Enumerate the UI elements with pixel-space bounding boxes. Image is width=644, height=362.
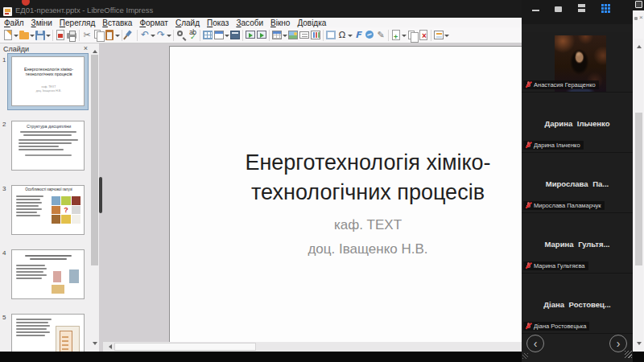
participant-display-name: Діана Ростовец...	[522, 300, 633, 309]
display-views-icon[interactable]	[213, 29, 225, 41]
save-dropdown-icon[interactable]	[46, 29, 51, 41]
participant-name-label: Дарина Ільченко	[523, 141, 584, 150]
participant-tile[interactable]: Діана Ростовец...Діана Ростовецька	[522, 274, 633, 334]
scroll-up-icon[interactable]	[93, 47, 97, 53]
copy-icon[interactable]	[93, 29, 104, 41]
fontwork-icon[interactable]: F	[353, 29, 364, 41]
slides-panel: Слайди × 1Енерготехнологія хіміко-технол…	[0, 43, 90, 352]
slide-layout-icon[interactable]	[433, 29, 444, 41]
insert-chart-icon[interactable]	[310, 29, 321, 41]
scrollbar-thumb[interactable]	[91, 55, 98, 265]
redo-icon[interactable]: ↷	[155, 29, 167, 41]
start-first-slide-icon[interactable]	[245, 29, 256, 41]
slide-title: Енерготехнологія хіміко- технологічних п…	[170, 148, 566, 208]
menu-9[interactable]: Вікно	[270, 19, 290, 27]
speaker-view-icon[interactable]	[578, 4, 585, 13]
scroll-up-icon[interactable]	[637, 43, 642, 48]
menu-7[interactable]: Показ	[207, 19, 229, 27]
slides-panel-scrollbar[interactable]	[90, 43, 99, 352]
participant-tile[interactable]: Мирослава Па...Мирослава Паламарчук	[522, 153, 633, 213]
participants-nav: ‹ ›	[522, 334, 633, 362]
menu-6[interactable]: Слайд	[175, 19, 200, 27]
resize-handle-icon[interactable]	[625, 351, 632, 358]
previous-participants-button[interactable]: ‹	[526, 335, 544, 352]
meeting-panel-toolbar	[522, 0, 633, 24]
restore-icon[interactable]	[555, 6, 562, 12]
insert-table-icon[interactable]	[271, 29, 283, 41]
find-replace-icon[interactable]	[175, 29, 187, 41]
scroll-down-icon[interactable]	[637, 342, 642, 348]
slide-number: 1	[2, 56, 6, 64]
export-pdf-icon[interactable]	[55, 29, 66, 41]
slide-number: 4	[2, 249, 6, 257]
new-slide-icon[interactable]	[390, 29, 402, 41]
thumbnail-canvas[interactable]	[11, 249, 85, 299]
delete-slide-icon[interactable]	[418, 29, 429, 41]
exit-minimized-video-icon[interactable]	[635, 1, 642, 8]
menu-3[interactable]: Перегляд	[60, 19, 95, 27]
open-icon[interactable]	[19, 29, 30, 41]
scrollbar-thumb[interactable]	[114, 343, 256, 351]
participant-tile[interactable]: Марина Гультя...Марина Гультяєва	[522, 213, 633, 274]
toolbar-separator	[79, 30, 80, 41]
print-icon[interactable]	[66, 29, 77, 41]
gallery-view-icon[interactable]	[601, 3, 611, 13]
thumbnail-canvas[interactable]: Енерготехнологія хіміко-технологічних пр…	[11, 56, 85, 106]
new-document-icon[interactable]	[2, 29, 14, 41]
participant-display-name: Марина Гультя...	[522, 240, 633, 249]
menu-8[interactable]: Засоби	[236, 19, 263, 27]
participant-tile[interactable]: Дарина ІльченкоДарина Ільченко	[522, 93, 633, 153]
save-icon[interactable]	[35, 29, 46, 41]
slide-thumbnail-1[interactable]: 1Енерготехнологія хіміко-технологічних п…	[0, 55, 90, 116]
menu-5[interactable]: Формат	[139, 19, 168, 27]
slide-layout-dropdown-icon[interactable]	[444, 29, 449, 41]
close-icon[interactable]: ×	[84, 44, 88, 52]
minimize-icon[interactable]	[532, 10, 539, 11]
slide-thumbnail-4[interactable]: 4	[0, 248, 90, 309]
special-character-icon[interactable]: Ω	[336, 29, 348, 41]
toolbar-separator	[242, 30, 243, 41]
redo-dropdown-icon[interactable]	[167, 29, 171, 41]
menu-4[interactable]: Вставка	[102, 19, 132, 27]
participant-tile[interactable]: Анастасия Геращенко	[522, 32, 633, 93]
slide-thumbnail-5[interactable]: 5	[0, 312, 90, 352]
toolbar-separator	[52, 30, 53, 41]
paste-dropdown-icon[interactable]	[115, 29, 120, 41]
undo-icon[interactable]: ↶	[139, 29, 151, 41]
slide-number: 2	[2, 121, 6, 128]
hyperlink-icon[interactable]	[364, 29, 375, 41]
thumbnail-canvas[interactable]: Структура дисципліни	[11, 121, 85, 171]
spelling-icon[interactable]: ab	[187, 29, 198, 41]
scroll-left-icon[interactable]	[106, 344, 112, 349]
display-grid-icon[interactable]	[202, 29, 213, 41]
resize-handle-left-icon[interactable]	[522, 353, 528, 359]
show-draw-functions-icon[interactable]: ✎	[375, 29, 386, 41]
insert-textbox-icon[interactable]	[299, 29, 310, 41]
scrollbar-thumb[interactable]	[635, 113, 642, 265]
paste-icon[interactable]	[104, 29, 115, 41]
master-slide-icon[interactable]	[229, 29, 241, 41]
next-participants-button[interactable]: ›	[609, 335, 627, 352]
duplicate-slide-icon[interactable]	[407, 29, 418, 41]
clone-formatting-icon[interactable]	[124, 29, 135, 41]
insert-image-icon[interactable]	[287, 29, 299, 41]
scroll-down-icon[interactable]	[93, 342, 97, 348]
menu-2[interactable]: Зміни	[31, 19, 52, 27]
cut-icon[interactable]: ✂	[81, 29, 93, 41]
slide-canvas[interactable]: Енерготехнологія хіміко- технологічних п…	[169, 46, 567, 342]
menu-1[interactable]: Файл	[4, 19, 24, 27]
screen: ЕД01-презент.pptx - LibreOffice Impress …	[0, 0, 644, 362]
thumbnail-canvas[interactable]: Особливості харчової галузі?	[11, 185, 85, 235]
menu-10[interactable]: Довідка	[297, 19, 326, 27]
toolbar-separator	[122, 30, 122, 41]
vertical-scrollbar[interactable]	[634, 39, 643, 352]
thumbnail-canvas[interactable]	[11, 314, 85, 352]
participant-name-label: Анастасия Геращенко	[523, 80, 599, 89]
slide-thumbnail-2[interactable]: 2Структура дисципліни	[0, 119, 90, 180]
participant-name-label: Мирослава Паламарчук	[523, 201, 605, 210]
sidebar-icons[interactable]	[634, 17, 642, 23]
slide-thumbnail-3[interactable]: 3Особливості харчової галузі?	[0, 183, 90, 245]
participant-display-name: Дарина Ільченко	[522, 119, 633, 128]
start-current-slide-icon[interactable]	[256, 29, 267, 41]
insert-frame-icon[interactable]	[325, 29, 336, 41]
